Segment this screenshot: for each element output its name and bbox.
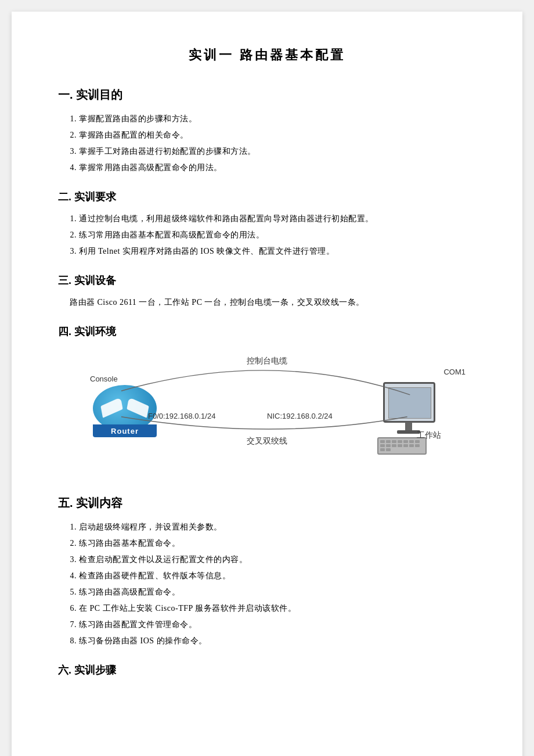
key bbox=[380, 440, 385, 443]
list-item: 掌握路由器配置的相关命令。 bbox=[79, 127, 476, 143]
list-item: 通过控制台电缆，利用超级终端软件和路由器配置向导对路由器进行初始配置。 bbox=[79, 211, 476, 227]
ip-left-label: F0/0:192.168.0.1/24 bbox=[148, 412, 215, 420]
list-item: 检查启动配置文件以及运行配置文件的内容。 bbox=[79, 552, 476, 568]
key bbox=[380, 444, 385, 447]
key bbox=[398, 444, 402, 447]
key bbox=[398, 440, 402, 443]
list-item: 启动超级终端程序，并设置相关参数。 bbox=[79, 519, 476, 535]
section1-heading: 一. 实训目的 bbox=[58, 87, 476, 103]
list-item: 掌握常用路由器高级配置命令的用法。 bbox=[79, 160, 476, 176]
key bbox=[409, 444, 414, 447]
list-item: 练习常用路由器基本配置和高级配置命令的用法。 bbox=[79, 227, 476, 243]
list-item: 掌握配置路由器的步骤和方法。 bbox=[79, 111, 476, 127]
list-item: 检查路由器硬件配置、软件版本等信息。 bbox=[79, 568, 476, 584]
list-item: 在 PC 工作站上安装 Cisco-TFP 服务器软件并启动该软件。 bbox=[79, 600, 476, 617]
key bbox=[392, 440, 396, 443]
pc-monitor bbox=[383, 382, 435, 423]
router-label-text: Router bbox=[111, 427, 139, 435]
router-label-box: Router bbox=[93, 424, 157, 437]
console-label: Console bbox=[90, 375, 118, 383]
section3-text: 路由器 Cisco 2611 一台，工作站 PC 一台，控制台电缆一条，交叉双绞… bbox=[58, 294, 476, 311]
section2-list: 通过控制台电缆，利用超级终端软件和路由器配置向导对路由器进行初始配置。 练习常用… bbox=[58, 211, 476, 260]
section6-heading: 六. 实训步骤 bbox=[58, 663, 476, 677]
list-item: 掌握手工对路由器进行初始配置的步骤和方法。 bbox=[79, 143, 476, 160]
key bbox=[409, 440, 414, 443]
list-item: 利用 Telnet 实用程序对路由器的 IOS 映像文件、配置文件进行管理。 bbox=[79, 243, 476, 260]
pc-icon bbox=[366, 379, 441, 455]
section3-heading: 三. 实训设备 bbox=[58, 273, 476, 287]
key bbox=[403, 444, 408, 447]
router-wings bbox=[102, 397, 148, 420]
pc-screen bbox=[388, 387, 431, 419]
workstation-label: 工作站 bbox=[417, 430, 441, 441]
key bbox=[392, 444, 396, 447]
cross-cable-label: 交叉双绞线 bbox=[247, 436, 287, 447]
section2-heading: 二. 实训要求 bbox=[58, 190, 476, 204]
com1-label: COM1 bbox=[443, 368, 466, 376]
key bbox=[386, 448, 391, 451]
key bbox=[380, 448, 385, 451]
network-diagram: 控制台电缆 Console Router F0/0:192.168.0.1/24… bbox=[58, 350, 476, 478]
page-title: 实训一 路由器基本配置 bbox=[58, 46, 476, 64]
key bbox=[403, 440, 408, 443]
list-item: 练习路由器配置文件管理命令。 bbox=[79, 617, 476, 633]
list-item: 练习路由器基本配置命令。 bbox=[79, 535, 476, 552]
wing-right bbox=[127, 397, 149, 418]
section5-heading: 五. 实训内容 bbox=[58, 495, 476, 511]
section1-list: 掌握配置路由器的步骤和方法。 掌握路由器配置的相关命令。 掌握手工对路由器进行初… bbox=[58, 111, 476, 176]
wing-left bbox=[100, 397, 122, 418]
section5-list: 启动超级终端程序，并设置相关参数。 练习路由器基本配置命令。 检查启动配置文件以… bbox=[58, 519, 476, 649]
router-icon: Router bbox=[93, 385, 163, 437]
cable-top-label: 控制台电缆 bbox=[247, 356, 287, 366]
section4-heading: 四. 实训环境 bbox=[58, 325, 476, 339]
key bbox=[386, 440, 391, 443]
page-container: 实训一 路由器基本配置 一. 实训目的 掌握配置路由器的步骤和方法。 掌握路由器… bbox=[12, 12, 522, 756]
key bbox=[386, 444, 391, 447]
key bbox=[415, 444, 420, 447]
list-item: 练习路由器高级配置命令。 bbox=[79, 584, 476, 600]
pc-stand bbox=[405, 422, 412, 430]
ip-right-label: NIC:192.168.0.2/24 bbox=[267, 412, 333, 420]
list-item: 练习备份路由器 IOS 的操作命令。 bbox=[79, 633, 476, 649]
